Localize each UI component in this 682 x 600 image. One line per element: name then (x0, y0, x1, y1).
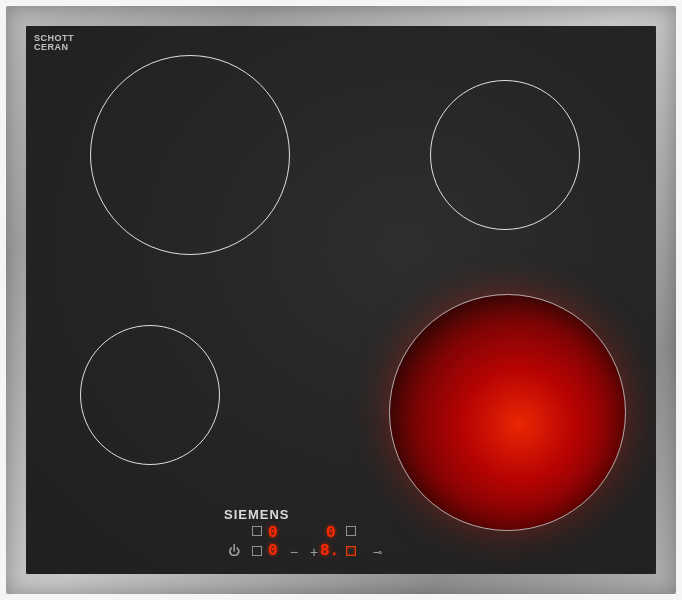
zone-indicator-top-right-icon (346, 526, 356, 536)
logo-line-2: CERAN (34, 43, 74, 52)
plus-button[interactable]: + (310, 544, 318, 560)
power-button[interactable]: ⏻ (228, 544, 240, 558)
display-top-left: 0 (268, 524, 278, 542)
heating-element-active (390, 295, 625, 530)
cooking-zone-top-left[interactable] (90, 55, 290, 255)
lock-button[interactable]: ⊸ (373, 546, 382, 559)
display-top-right: 0 (326, 524, 336, 542)
cooking-zone-bottom-left[interactable] (80, 325, 220, 465)
zone-indicator-top-left-icon (252, 526, 262, 536)
brand-label: SIEMENS (224, 507, 290, 522)
display-bottom-left: 0 (268, 542, 278, 560)
zone-indicator-bottom-right-icon (346, 546, 356, 556)
schott-ceran-logo: SCHOTT CERAN (34, 34, 74, 52)
minus-button[interactable]: − (290, 544, 298, 560)
cooking-zone-bottom-right[interactable] (390, 295, 625, 530)
control-panel: 0 0 0 8. ⏻ − + ⊸ (218, 524, 398, 564)
zone-indicator-bottom-left-icon (252, 546, 262, 556)
display-bottom-right: 8. (320, 542, 339, 560)
cooking-zone-top-right[interactable] (430, 80, 580, 230)
